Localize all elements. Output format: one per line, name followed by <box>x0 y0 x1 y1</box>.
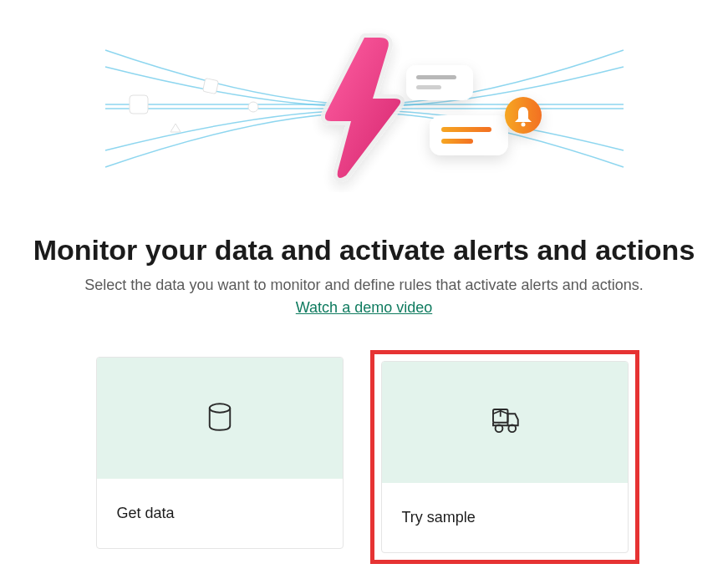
svg-rect-4 <box>416 75 456 79</box>
delivery-truck-icon <box>487 404 522 442</box>
get-data-label: Get data <box>117 505 175 522</box>
watch-demo-link[interactable]: Watch a demo video <box>296 299 432 317</box>
svg-rect-1 <box>130 95 148 114</box>
database-icon <box>202 399 237 438</box>
card-wrapper-get-data: Get data <box>89 350 350 564</box>
try-sample-card[interactable]: Try sample <box>381 361 629 553</box>
svg-rect-0 <box>202 79 218 94</box>
svg-rect-5 <box>416 85 441 89</box>
card-icon-area <box>382 362 628 483</box>
page-heading: Monitor your data and activate alerts an… <box>33 234 695 267</box>
svg-rect-3 <box>406 65 473 100</box>
card-label-area: Try sample <box>382 483 628 552</box>
page-subtext: Select the data you want to monitor and … <box>84 277 643 294</box>
svg-point-10 <box>521 123 525 127</box>
card-label-area: Get data <box>97 479 343 548</box>
card-wrapper-try-sample: Try sample <box>370 350 639 564</box>
svg-rect-7 <box>441 127 491 132</box>
cards-container: Get data <box>89 350 639 564</box>
card-icon-area <box>97 358 343 479</box>
try-sample-label: Try sample <box>402 509 476 526</box>
svg-rect-8 <box>441 139 473 144</box>
svg-point-2 <box>248 102 258 112</box>
svg-rect-6 <box>430 115 508 155</box>
hero-illustration <box>97 25 632 192</box>
get-data-card[interactable]: Get data <box>96 357 344 549</box>
svg-point-11 <box>209 404 230 413</box>
